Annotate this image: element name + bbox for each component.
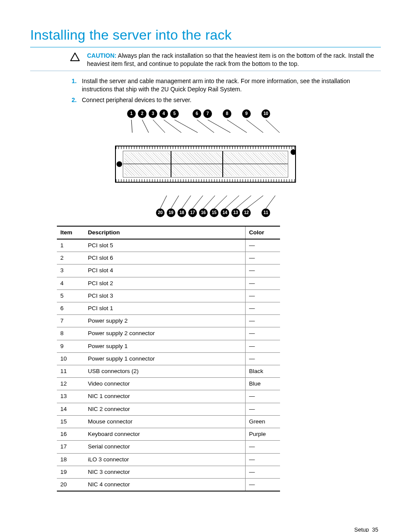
cell-desc: PCI slot 5 (84, 239, 246, 252)
svg-line-3 (164, 120, 181, 133)
callout-marker: 3 (149, 109, 157, 118)
cell-item: 10 (57, 352, 84, 365)
svg-line-14 (203, 196, 215, 208)
cell-desc: Power supply 2 (84, 315, 246, 327)
callout-marker: 15 (210, 208, 218, 217)
cell-desc: Video connector (84, 378, 246, 390)
th-color: Color (246, 226, 280, 239)
cell-desc: Keyboard connector (84, 428, 246, 441)
cell-desc: Power supply 1 connector (84, 352, 246, 365)
caution-block: CAUTION: Always plan the rack installati… (30, 52, 381, 68)
cell-item: 14 (57, 403, 84, 415)
callout-marker: 14 (221, 208, 229, 217)
svg-line-2 (153, 120, 165, 133)
th-item: Item (57, 226, 84, 239)
cell-color: — (246, 277, 280, 289)
cell-item: 1 (57, 239, 84, 252)
table-row: 6PCI slot 1— (57, 302, 280, 314)
step-item: 1. Install the server and cable manageme… (69, 77, 381, 93)
svg-line-1 (142, 120, 149, 133)
cell-desc: PCI slot 4 (84, 264, 246, 277)
table-row: 14NIC 2 connector— (57, 403, 280, 415)
caution-icon (69, 52, 81, 61)
table-row: 2PCI slot 6— (57, 252, 280, 264)
cell-item: 17 (57, 441, 84, 453)
cell-desc: NIC 3 connector (84, 466, 246, 478)
table-row: 8Power supply 2 connector— (57, 327, 280, 340)
svg-line-19 (266, 196, 275, 208)
table-row: 17Serial connector— (57, 441, 280, 453)
svg-line-9 (266, 120, 280, 133)
table-row: 13NIC 1 connector— (57, 390, 280, 403)
svg-line-16 (225, 196, 239, 208)
cell-color: — (246, 352, 280, 365)
cell-desc: iLO 3 connector (84, 453, 246, 466)
cell-color: Black (246, 365, 280, 378)
callout-marker: 2 (138, 109, 146, 118)
cell-item: 8 (57, 327, 84, 340)
callout-marker: 10 (262, 109, 270, 118)
cell-item: 3 (57, 264, 84, 277)
cell-item: 5 (57, 289, 84, 302)
cell-color: — (246, 479, 280, 492)
callout-marker: 13 (231, 208, 240, 217)
cell-desc: PCI slot 2 (84, 277, 246, 289)
leader-lines-bottom (115, 196, 296, 208)
callout-marker: 17 (188, 208, 197, 217)
table-row: 9Power supply 1— (57, 340, 280, 352)
cell-item: 6 (57, 302, 84, 314)
table-row: 7Power supply 2— (57, 315, 280, 327)
cell-color: — (246, 403, 280, 415)
server-chassis (115, 146, 296, 183)
callouts-top-row: 12345678910 (115, 109, 296, 120)
cell-desc: PCI slot 3 (84, 289, 246, 302)
footer-page: 35 (372, 526, 378, 532)
svg-line-0 (131, 120, 132, 133)
table-row: 15Mouse connectorGreen (57, 415, 280, 428)
leader-lines-top (115, 120, 296, 133)
callout-marker: 12 (242, 208, 251, 217)
table-row: 11USB connectors (2)Black (57, 365, 280, 378)
cell-desc: NIC 2 connector (84, 403, 246, 415)
page-title: Installing the server into the rack (30, 26, 381, 44)
cell-color: Purple (246, 428, 280, 441)
cell-desc: Power supply 2 connector (84, 327, 246, 340)
th-desc: Description (84, 226, 246, 239)
cell-desc: Power supply 1 (84, 340, 246, 352)
server-rear-diagram: 12345678910 20191817161514131211 (115, 109, 296, 219)
svg-line-13 (193, 196, 203, 208)
cell-desc: USB connectors (2) (84, 365, 246, 378)
cell-color: — (246, 289, 280, 302)
svg-line-4 (174, 120, 198, 133)
cell-color: — (246, 340, 280, 352)
svg-line-7 (227, 120, 247, 133)
cell-color: — (246, 390, 280, 403)
cell-item: 18 (57, 453, 84, 466)
cell-item: 2 (57, 252, 84, 264)
rule-bottom (30, 71, 381, 71)
table-row: 3PCI slot 4— (57, 264, 280, 277)
page-footer: Setup 35 (30, 526, 381, 532)
cell-item: 19 (57, 466, 84, 478)
callouts-bottom-row: 20191817161514131211 (115, 208, 296, 219)
cell-item: 11 (57, 365, 84, 378)
svg-line-12 (182, 196, 191, 208)
cell-item: 13 (57, 390, 84, 403)
table-row: 5PCI slot 3— (57, 289, 280, 302)
cell-color: — (246, 441, 280, 453)
cell-color: Blue (246, 378, 280, 390)
step-item: 2. Connect peripheral devices to the ser… (69, 96, 381, 104)
steps-list: 1. Install the server and cable manageme… (30, 77, 381, 104)
footer-section: Setup (354, 526, 369, 532)
callout-marker: 16 (199, 208, 208, 217)
callout-marker: 19 (167, 208, 175, 217)
table-row: 12Video connectorBlue (57, 378, 280, 390)
svg-line-6 (208, 120, 230, 133)
callout-marker: 6 (193, 109, 201, 118)
callout-marker: 5 (170, 109, 179, 118)
cell-item: 12 (57, 378, 84, 390)
svg-line-15 (214, 196, 227, 208)
cell-item: 7 (57, 315, 84, 327)
cell-item: 15 (57, 415, 84, 428)
cell-color: — (246, 327, 280, 340)
